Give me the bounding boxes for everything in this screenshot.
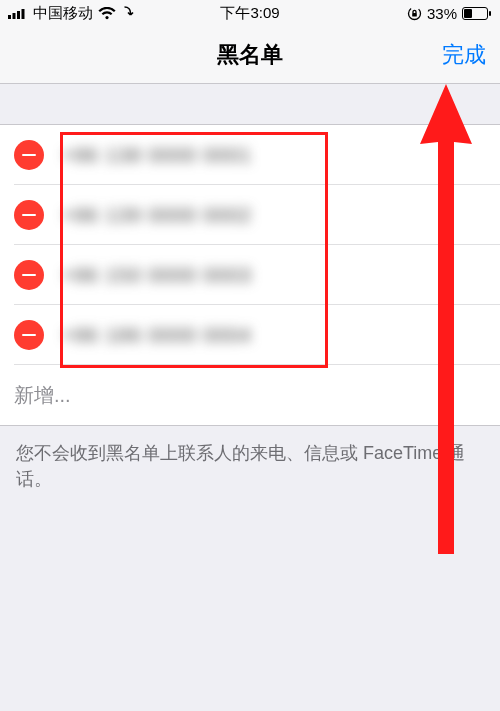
battery-icon [462,7,492,20]
battery-pct: 33% [427,5,457,22]
footer-note: 您不会收到黑名单上联系人的来电、信息或 FaceTime 通话。 [0,426,500,506]
contact-entry: +86 186 0000 0004 [62,324,486,347]
minus-icon [22,334,36,337]
list-item[interactable]: +86 139 0000 0002 [0,185,500,245]
add-new-label: 新增... [14,382,486,409]
signal-icon [8,7,28,19]
delete-button[interactable] [14,200,44,230]
list-item[interactable]: +86 150 0000 0003 [0,245,500,305]
contact-entry: +86 150 0000 0003 [62,264,486,287]
list-item[interactable]: +86 186 0000 0004 [0,305,500,365]
svg-rect-0 [8,15,11,19]
orientation-lock-icon [407,6,422,21]
delete-button[interactable] [14,260,44,290]
svg-rect-3 [22,9,25,19]
page-title: 黑名单 [217,40,283,70]
status-right: 33% [407,5,492,22]
wifi-icon [98,7,116,20]
status-time: 下午3:09 [220,4,279,23]
nav-bar: 黑名单 完成 [0,26,500,84]
minus-icon [22,154,36,157]
delete-button[interactable] [14,320,44,350]
done-button[interactable]: 完成 [442,40,486,70]
carrier-label: 中国移动 [33,4,93,23]
status-left: 中国移动 [8,4,135,23]
contact-entry: +86 138 0000 0001 [62,144,486,167]
minus-icon [22,274,36,277]
svg-rect-2 [17,11,20,19]
svg-rect-8 [489,11,491,16]
contact-entry: +86 139 0000 0002 [62,204,486,227]
svg-rect-7 [464,9,472,18]
status-bar: 中国移动 下午3:09 33% [0,0,500,26]
call-forward-icon [121,6,135,20]
blocklist: +86 138 0000 0001 +86 139 0000 0002 +86 … [0,124,500,426]
add-new-row[interactable]: 新增... [0,365,500,425]
delete-button[interactable] [14,140,44,170]
list-item[interactable]: +86 138 0000 0001 [0,125,500,185]
svg-rect-5 [412,13,417,17]
svg-rect-1 [13,13,16,19]
minus-icon [22,214,36,217]
